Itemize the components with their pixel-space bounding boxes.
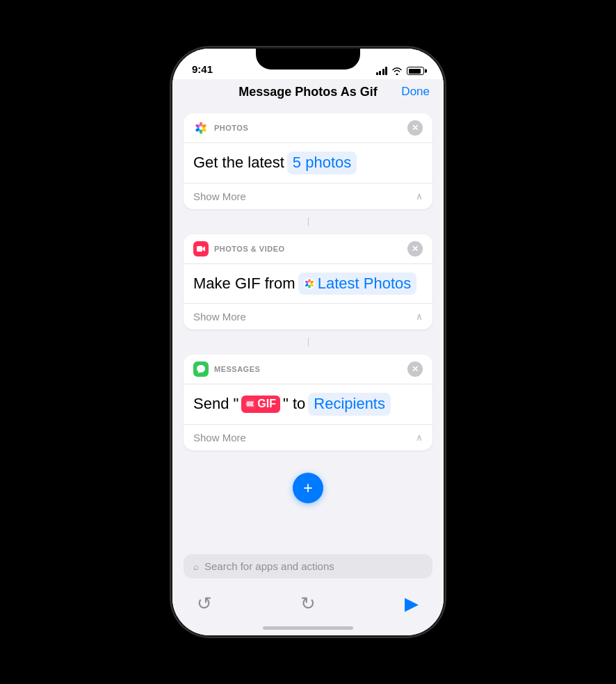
messages-card-header: MESSAGES ✕ <box>184 355 432 384</box>
status-icons <box>376 67 425 75</box>
photos-card: PHOTOS ✕ Get the latest 5 photos Show Mo… <box>184 113 432 209</box>
signal-bar-2 <box>379 71 381 75</box>
photos-video-card-header: PHOTOS & VIDEO ✕ <box>184 234 432 264</box>
messages-card: MESSAGES ✕ Send " <box>184 355 432 450</box>
signal-bar-1 <box>376 72 378 75</box>
photos-chevron-icon: ∧ <box>416 191 423 202</box>
photos-video-card-body: Make GIF from <box>184 264 432 304</box>
connector-1 <box>308 218 309 226</box>
photos-show-more[interactable]: Show More ∧ <box>184 183 432 209</box>
photos-show-more-label: Show More <box>193 190 246 202</box>
photos-video-card-text: Make GIF from <box>193 272 423 295</box>
messages-card-body: Send " GIF " to <box>184 384 432 424</box>
recipients-token-value: Recipients <box>314 394 385 414</box>
phone-frame: 9:41 Message Photos As <box>172 49 444 635</box>
messages-icon <box>193 361 209 377</box>
photos-video-card: PHOTOS & VIDEO ✕ Make GIF from <box>184 234 432 330</box>
redo-button[interactable]: ↻ <box>295 591 321 616</box>
messages-card-label: MESSAGES <box>214 365 407 373</box>
signal-bar-3 <box>382 69 384 75</box>
messages-card-text: Send " GIF " to <box>193 393 423 416</box>
done-button[interactable]: Done <box>401 85 430 99</box>
play-icon: ▶ <box>405 593 419 614</box>
connector-2 <box>308 338 309 346</box>
battery-fill <box>409 69 421 74</box>
notch <box>256 49 360 70</box>
photos-card-label: PHOTOS <box>214 124 407 132</box>
messages-show-more-label: Show More <box>193 432 246 443</box>
photos-icon <box>193 120 209 136</box>
search-bar[interactable]: ⌕ Search for apps and actions <box>184 554 432 578</box>
home-indicator <box>263 626 353 630</box>
photos-card-body: Get the latest 5 photos <box>184 143 432 183</box>
messages-chevron-icon: ∧ <box>416 432 423 443</box>
photos-card-text: Get the latest 5 photos <box>193 152 423 174</box>
gif-token[interactable]: GIF <box>241 396 280 413</box>
add-button-plus-icon: + <box>303 480 313 496</box>
battery-icon <box>407 67 424 75</box>
scroll-area: PHOTOS ✕ Get the latest 5 photos Show Mo… <box>172 106 444 554</box>
redo-icon: ↻ <box>300 593 316 614</box>
svg-point-8 <box>199 126 203 130</box>
photos-token-value: 5 photos <box>293 153 351 173</box>
photos-card-header: PHOTOS ✕ <box>184 113 432 143</box>
add-button-container: + <box>184 459 432 510</box>
photos-video-icon <box>193 241 209 256</box>
header-title: Message Photos As Gif <box>238 85 377 99</box>
messages-show-more[interactable]: Show More ∧ <box>184 424 432 450</box>
undo-icon: ↺ <box>197 593 212 614</box>
signal-bar-4 <box>385 67 387 75</box>
photos-card-close[interactable]: ✕ <box>407 120 423 136</box>
undo-button[interactable]: ↺ <box>192 591 217 616</box>
photos-video-token-value: Latest Photos <box>318 274 412 294</box>
svg-point-18 <box>307 282 311 285</box>
search-bar-container: ⌕ Search for apps and actions <box>172 554 444 585</box>
recipients-token[interactable]: Recipients <box>308 393 391 416</box>
signal-bars <box>376 67 388 75</box>
search-placeholder: Search for apps and actions <box>204 560 334 572</box>
photos-video-show-more-label: Show More <box>193 311 246 323</box>
photos-token[interactable]: 5 photos <box>287 152 357 174</box>
gif-token-value: GIF <box>257 397 276 412</box>
photos-video-token[interactable]: Latest Photos <box>298 272 417 295</box>
screen-content: 9:41 Message Photos As <box>172 49 444 635</box>
send-text: Send " <box>193 394 238 414</box>
svg-rect-9 <box>197 246 202 252</box>
photos-get-latest-text: Get the latest <box>193 153 284 173</box>
add-action-button[interactable]: + <box>293 473 323 503</box>
play-button[interactable]: ▶ <box>399 591 424 616</box>
wifi-icon <box>391 67 403 75</box>
make-gif-text: Make GIF from <box>193 274 295 294</box>
photos-video-chevron-icon: ∧ <box>416 311 423 322</box>
search-icon: ⌕ <box>193 561 199 572</box>
to-text: " to <box>283 394 305 414</box>
photos-video-card-label: PHOTOS & VIDEO <box>214 245 407 253</box>
messages-card-close[interactable]: ✕ <box>407 361 423 377</box>
photos-video-show-more[interactable]: Show More ∧ <box>184 303 432 329</box>
photos-video-card-close[interactable]: ✕ <box>407 241 423 256</box>
